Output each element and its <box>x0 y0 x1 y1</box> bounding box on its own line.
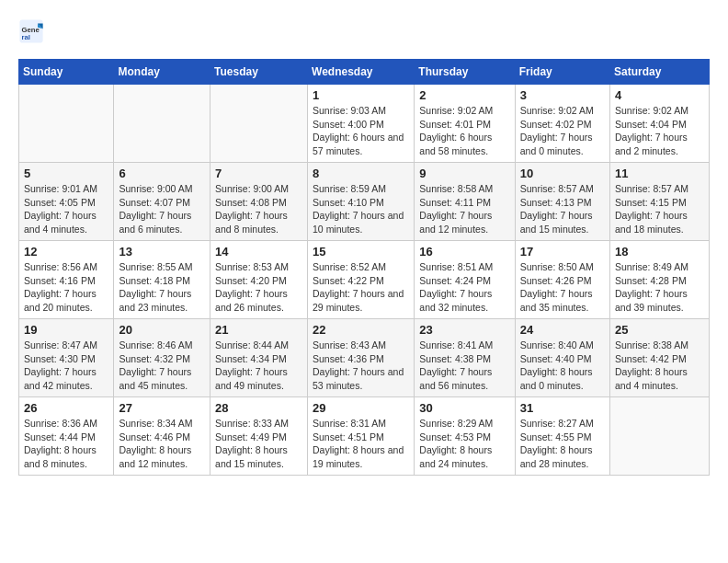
calendar-cell: 5Sunrise: 9:01 AMSunset: 4:05 PMDaylight… <box>19 163 114 241</box>
day-number: 2 <box>419 88 509 102</box>
day-number: 11 <box>615 167 704 180</box>
day-info: Sunrise: 8:44 AMSunset: 4:34 PMDaylight:… <box>215 339 302 393</box>
calendar-cell: 7Sunrise: 9:00 AMSunset: 4:08 PMDaylight… <box>210 163 308 241</box>
weekday-header: Tuesday <box>210 60 308 85</box>
svg-text:ral: ral <box>22 33 30 41</box>
weekday-header: Wednesday <box>308 60 415 85</box>
day-info: Sunrise: 8:38 AMSunset: 4:42 PMDaylight:… <box>615 339 704 393</box>
day-info: Sunrise: 8:52 AMSunset: 4:22 PMDaylight:… <box>313 260 409 315</box>
weekday-header: Saturday <box>610 60 710 85</box>
calendar-header: SundayMondayTuesdayWednesdayThursdayFrid… <box>19 60 710 85</box>
day-info: Sunrise: 8:34 AMSunset: 4:46 PMDaylight:… <box>119 417 205 471</box>
day-info: Sunrise: 8:55 AMSunset: 4:18 PMDaylight:… <box>119 260 205 315</box>
day-info: Sunrise: 9:02 AMSunset: 4:02 PMDaylight:… <box>520 104 605 158</box>
weekday-header: Sunday <box>19 60 114 85</box>
day-number: 26 <box>24 401 108 415</box>
day-info: Sunrise: 8:57 AMSunset: 4:15 PMDaylight:… <box>615 182 704 236</box>
day-number: 4 <box>615 88 704 102</box>
calendar-cell: 13Sunrise: 8:55 AMSunset: 4:18 PMDayligh… <box>114 241 210 319</box>
calendar-cell: 20Sunrise: 8:46 AMSunset: 4:32 PMDayligh… <box>114 319 210 397</box>
day-info: Sunrise: 9:02 AMSunset: 4:01 PMDaylight:… <box>419 104 509 158</box>
day-number: 7 <box>215 167 302 180</box>
day-number: 9 <box>419 167 509 180</box>
calendar-cell: 23Sunrise: 8:41 AMSunset: 4:38 PMDayligh… <box>415 319 515 397</box>
day-number: 3 <box>520 88 605 102</box>
day-number: 6 <box>119 167 205 180</box>
weekday-header: Thursday <box>415 60 515 85</box>
calendar-cell: 31Sunrise: 8:27 AMSunset: 4:55 PMDayligh… <box>515 397 609 476</box>
day-number: 10 <box>520 167 605 180</box>
day-info: Sunrise: 8:43 AMSunset: 4:36 PMDaylight:… <box>313 339 409 393</box>
day-info: Sunrise: 8:50 AMSunset: 4:26 PMDaylight:… <box>520 260 605 315</box>
calendar-cell: 15Sunrise: 8:52 AMSunset: 4:22 PMDayligh… <box>308 241 415 319</box>
day-number: 22 <box>313 323 409 337</box>
day-info: Sunrise: 8:51 AMSunset: 4:24 PMDaylight:… <box>419 260 509 315</box>
day-info: Sunrise: 8:56 AMSunset: 4:16 PMDaylight:… <box>24 260 108 315</box>
logo-icon: Gene ral <box>18 18 44 44</box>
calendar-cell: 9Sunrise: 8:58 AMSunset: 4:11 PMDaylight… <box>415 163 515 241</box>
day-info: Sunrise: 8:33 AMSunset: 4:49 PMDaylight:… <box>215 417 302 471</box>
weekday-header: Monday <box>114 60 210 85</box>
calendar-cell <box>610 397 710 476</box>
day-number: 21 <box>215 323 302 337</box>
calendar-cell: 11Sunrise: 8:57 AMSunset: 4:15 PMDayligh… <box>610 163 710 241</box>
calendar-cell: 30Sunrise: 8:29 AMSunset: 4:53 PMDayligh… <box>415 397 515 476</box>
calendar-cell: 21Sunrise: 8:44 AMSunset: 4:34 PMDayligh… <box>210 319 308 397</box>
day-number: 8 <box>313 167 409 180</box>
weekday-header: Friday <box>515 60 609 85</box>
day-info: Sunrise: 8:27 AMSunset: 4:55 PMDaylight:… <box>520 417 605 471</box>
day-info: Sunrise: 8:53 AMSunset: 4:20 PMDaylight:… <box>215 260 302 315</box>
day-number: 14 <box>215 245 302 259</box>
day-number: 16 <box>419 245 509 259</box>
calendar-week-row: 26Sunrise: 8:36 AMSunset: 4:44 PMDayligh… <box>19 397 710 476</box>
day-number: 24 <box>520 323 605 337</box>
day-number: 29 <box>313 401 409 415</box>
day-info: Sunrise: 8:40 AMSunset: 4:40 PMDaylight:… <box>520 339 605 393</box>
day-number: 15 <box>313 245 409 259</box>
calendar-cell: 26Sunrise: 8:36 AMSunset: 4:44 PMDayligh… <box>19 397 114 476</box>
day-number: 18 <box>615 245 704 259</box>
day-info: Sunrise: 9:01 AMSunset: 4:05 PMDaylight:… <box>24 182 108 236</box>
calendar-table: SundayMondayTuesdayWednesdayThursdayFrid… <box>18 59 710 476</box>
day-number: 12 <box>24 245 108 259</box>
calendar-cell <box>114 85 210 163</box>
day-info: Sunrise: 8:47 AMSunset: 4:30 PMDaylight:… <box>24 339 108 393</box>
day-number: 20 <box>119 323 205 337</box>
calendar-cell: 17Sunrise: 8:50 AMSunset: 4:26 PMDayligh… <box>515 241 609 319</box>
day-number: 1 <box>313 88 409 102</box>
day-info: Sunrise: 9:00 AMSunset: 4:08 PMDaylight:… <box>215 182 302 236</box>
day-info: Sunrise: 8:41 AMSunset: 4:38 PMDaylight:… <box>419 339 509 393</box>
day-number: 5 <box>24 167 108 180</box>
calendar-week-row: 5Sunrise: 9:01 AMSunset: 4:05 PMDaylight… <box>19 163 710 241</box>
day-info: Sunrise: 8:46 AMSunset: 4:32 PMDaylight:… <box>119 339 205 393</box>
calendar-cell: 8Sunrise: 8:59 AMSunset: 4:10 PMDaylight… <box>308 163 415 241</box>
calendar-cell: 18Sunrise: 8:49 AMSunset: 4:28 PMDayligh… <box>610 241 710 319</box>
day-info: Sunrise: 9:03 AMSunset: 4:00 PMDaylight:… <box>313 104 409 158</box>
calendar-cell: 28Sunrise: 8:33 AMSunset: 4:49 PMDayligh… <box>210 397 308 476</box>
calendar-cell: 6Sunrise: 9:00 AMSunset: 4:07 PMDaylight… <box>114 163 210 241</box>
calendar-cell: 2Sunrise: 9:02 AMSunset: 4:01 PMDaylight… <box>415 85 515 163</box>
calendar-cell: 19Sunrise: 8:47 AMSunset: 4:30 PMDayligh… <box>19 319 114 397</box>
calendar-week-row: 19Sunrise: 8:47 AMSunset: 4:30 PMDayligh… <box>19 319 710 397</box>
header: Gene ral <box>18 18 710 44</box>
calendar-cell: 1Sunrise: 9:03 AMSunset: 4:00 PMDaylight… <box>308 85 415 163</box>
calendar-cell: 24Sunrise: 8:40 AMSunset: 4:40 PMDayligh… <box>515 319 609 397</box>
calendar-cell: 22Sunrise: 8:43 AMSunset: 4:36 PMDayligh… <box>308 319 415 397</box>
day-info: Sunrise: 8:31 AMSunset: 4:51 PMDaylight:… <box>313 417 409 471</box>
day-number: 30 <box>419 401 509 415</box>
day-info: Sunrise: 9:02 AMSunset: 4:04 PMDaylight:… <box>615 104 704 158</box>
day-info: Sunrise: 8:58 AMSunset: 4:11 PMDaylight:… <box>419 182 509 236</box>
logo: Gene ral <box>18 18 48 44</box>
day-info: Sunrise: 8:36 AMSunset: 4:44 PMDaylight:… <box>24 417 108 471</box>
day-number: 27 <box>119 401 205 415</box>
calendar-week-row: 12Sunrise: 8:56 AMSunset: 4:16 PMDayligh… <box>19 241 710 319</box>
day-info: Sunrise: 9:00 AMSunset: 4:07 PMDaylight:… <box>119 182 205 236</box>
day-info: Sunrise: 8:29 AMSunset: 4:53 PMDaylight:… <box>419 417 509 471</box>
calendar-cell <box>210 85 308 163</box>
calendar-cell: 3Sunrise: 9:02 AMSunset: 4:02 PMDaylight… <box>515 85 609 163</box>
calendar-cell: 12Sunrise: 8:56 AMSunset: 4:16 PMDayligh… <box>19 241 114 319</box>
day-number: 19 <box>24 323 108 337</box>
calendar-cell: 4Sunrise: 9:02 AMSunset: 4:04 PMDaylight… <box>610 85 710 163</box>
calendar-cell: 25Sunrise: 8:38 AMSunset: 4:42 PMDayligh… <box>610 319 710 397</box>
calendar-cell: 14Sunrise: 8:53 AMSunset: 4:20 PMDayligh… <box>210 241 308 319</box>
